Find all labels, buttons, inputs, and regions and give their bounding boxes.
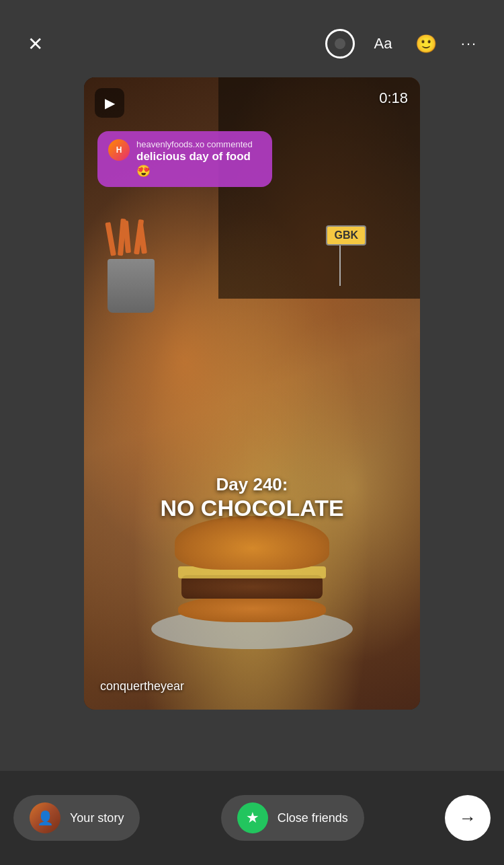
- fries-pile: [104, 215, 158, 256]
- sticker-button[interactable]: 🙂: [411, 29, 441, 59]
- fries-area: [97, 212, 165, 313]
- burger-patty: [181, 575, 323, 599]
- close-friends-label: Close friends: [278, 811, 348, 825]
- close-friends-icon: ★: [237, 802, 268, 833]
- burger-bun-bottom: [178, 595, 326, 622]
- top-toolbar: ✕ Aa 🙂 ···: [0, 0, 504, 74]
- close-button[interactable]: ✕: [20, 29, 50, 59]
- story-author: conquertheyear: [100, 679, 184, 693]
- next-button[interactable]: →: [445, 795, 491, 841]
- close-friends-button[interactable]: ★ Close friends: [221, 795, 364, 841]
- bottom-bar: 👤 Your story ★ Close friends →: [0, 771, 504, 865]
- record-inner: [335, 38, 345, 49]
- fries-cup: [108, 259, 155, 313]
- story-text-overlay: Day 240: NO CHOCOLATE: [160, 474, 343, 521]
- your-story-label: Your story: [70, 811, 124, 825]
- burger-bun-top: [175, 516, 329, 570]
- comment-username: heavenlyfoods.xo commented: [136, 139, 261, 149]
- story-background: GBK ▶ 0:18 H heavenlyfoods.xo commented …: [84, 77, 420, 710]
- story-play-icon: ▶: [95, 88, 124, 118]
- story-title-text: NO CHOCOLATE: [160, 495, 343, 521]
- next-arrow-icon: →: [459, 808, 476, 829]
- gbk-label: GBK: [326, 225, 366, 246]
- flag-stick: [339, 246, 341, 286]
- story-timer: 0:18: [379, 89, 408, 107]
- comment-bubble[interactable]: H heavenlyfoods.xo commented delicious d…: [97, 131, 272, 187]
- comment-body: delicious day of food 😍: [136, 149, 261, 179]
- comment-text: heavenlyfoods.xo commented delicious day…: [136, 139, 261, 179]
- commenter-avatar: H: [108, 139, 130, 161]
- story-day-text: Day 240:: [160, 474, 343, 495]
- background-person: [218, 77, 420, 299]
- record-button[interactable]: [325, 29, 355, 59]
- text-tool-button[interactable]: Aa: [368, 29, 398, 59]
- your-story-button[interactable]: 👤 Your story: [13, 795, 140, 841]
- your-story-avatar: 👤: [30, 802, 60, 833]
- gbk-flag: GBK: [326, 225, 366, 286]
- story-card: GBK ▶ 0:18 H heavenlyfoods.xo commented …: [84, 77, 420, 710]
- more-options-button[interactable]: ···: [454, 29, 484, 59]
